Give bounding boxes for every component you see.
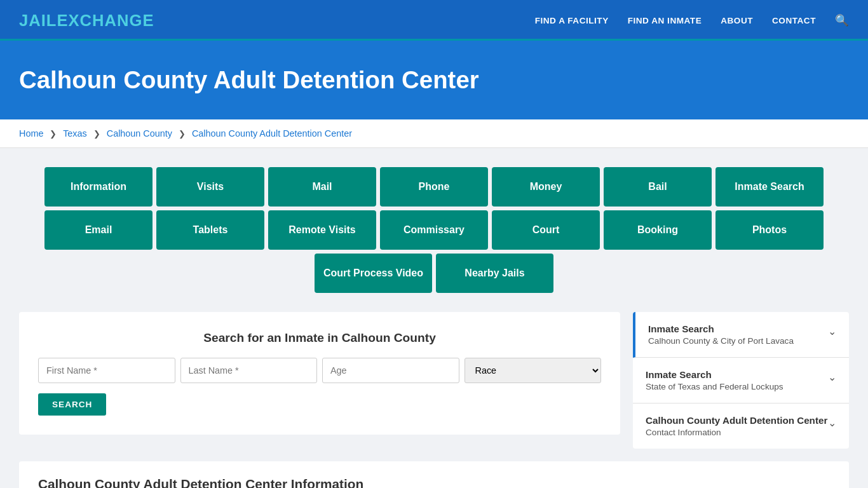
tile-row-1: Information Visits Mail Phone Money Bail… xyxy=(19,167,849,207)
first-name-input[interactable] xyxy=(38,358,175,383)
sidebar-item-2[interactable]: Calhoun County Adult Detention Center Co… xyxy=(633,403,849,449)
sidebar-item-text-2: Calhoun County Adult Detention Center Co… xyxy=(646,415,827,437)
sidebar-item-title-2: Calhoun County Adult Detention Center xyxy=(646,415,827,426)
page-body: Information Visits Mail Phone Money Bail… xyxy=(0,148,868,488)
logo-jail: JAIL xyxy=(19,11,57,29)
tile-bail[interactable]: Bail xyxy=(604,167,712,207)
breadcrumb: Home ❯ Texas ❯ Calhoun County ❯ Calhoun … xyxy=(0,119,868,148)
tile-tablets[interactable]: Tablets xyxy=(156,210,264,250)
page-title: Calhoun County Adult Detention Center xyxy=(19,66,849,94)
tile-booking[interactable]: Booking xyxy=(604,210,712,250)
sidebar-item-text-0: Inmate Search Calhoun County & City of P… xyxy=(648,323,794,346)
last-name-input[interactable] xyxy=(180,358,318,383)
tile-row-2: Email Tablets Remote Visits Commissary C… xyxy=(19,210,849,250)
search-title: Search for an Inmate in Calhoun County xyxy=(38,331,601,345)
sidebar-item-subtitle-1: State of Texas and Federal Lockups xyxy=(646,382,783,391)
chevron-down-icon-0: ⌄ xyxy=(828,325,836,337)
search-panel: Search for an Inmate in Calhoun County R… xyxy=(19,312,620,435)
tile-court[interactable]: Court xyxy=(492,210,600,250)
tile-photos[interactable]: Photos xyxy=(715,210,824,250)
sidebar: Inmate Search Calhoun County & City of P… xyxy=(633,312,849,449)
breadcrumb-texas[interactable]: Texas xyxy=(63,128,87,139)
tile-mail[interactable]: Mail xyxy=(268,167,376,207)
nav-contact[interactable]: CONTACT xyxy=(772,16,816,25)
sidebar-item-subtitle-2: Contact Information xyxy=(646,428,827,437)
breadcrumb-sep-1: ❯ xyxy=(50,129,57,139)
search-fields: Race White Black Hispanic Asian Other xyxy=(38,358,601,383)
tile-row-3: Court Process Video Nearby Jails xyxy=(19,254,849,293)
sidebar-item-title-1: Inmate Search xyxy=(646,369,783,380)
age-input[interactable] xyxy=(322,358,459,383)
tile-court-process-video[interactable]: Court Process Video xyxy=(315,254,432,293)
sidebar-item-1[interactable]: Inmate Search State of Texas and Federal… xyxy=(633,358,849,403)
tile-information[interactable]: Information xyxy=(44,167,153,207)
tile-phone[interactable]: Phone xyxy=(380,167,488,207)
info-section-title: Calhoun County Adult Detention Center In… xyxy=(38,477,830,488)
tile-visits[interactable]: Visits xyxy=(156,167,264,207)
search-button[interactable]: SEARCH xyxy=(38,393,106,416)
tile-inmate-search[interactable]: Inmate Search xyxy=(715,167,824,207)
tile-money[interactable]: Money xyxy=(492,167,600,207)
nav-find-facility[interactable]: FIND A FACILITY xyxy=(535,16,609,25)
breadcrumb-county[interactable]: Calhoun County xyxy=(107,128,172,139)
logo[interactable]: JAILEXCHANGE xyxy=(19,11,154,30)
chevron-down-icon-1: ⌄ xyxy=(828,371,836,383)
tile-email[interactable]: Email xyxy=(44,210,153,250)
tile-nearby-jails[interactable]: Nearby Jails xyxy=(436,254,553,293)
sidebar-item-title-0: Inmate Search xyxy=(648,323,794,334)
sidebar-item-0[interactable]: Inmate Search Calhoun County & City of P… xyxy=(633,312,849,358)
breadcrumb-sep-3: ❯ xyxy=(179,129,186,139)
nav-find-inmate[interactable]: FIND AN INMATE xyxy=(628,16,702,25)
breadcrumb-sep-2: ❯ xyxy=(93,129,100,139)
nav-links: FIND A FACILITY FIND AN INMATE ABOUT CON… xyxy=(535,14,849,27)
logo-exchange: EXCHANGE xyxy=(57,11,154,29)
tile-remote-visits[interactable]: Remote Visits xyxy=(268,210,376,250)
two-col-layout: Search for an Inmate in Calhoun County R… xyxy=(19,312,849,449)
chevron-down-icon-2: ⌄ xyxy=(828,417,836,429)
race-select[interactable]: Race White Black Hispanic Asian Other xyxy=(465,358,602,383)
breadcrumb-home[interactable]: Home xyxy=(19,128,43,139)
page-bottom: Calhoun County Adult Detention Center In… xyxy=(19,461,849,488)
nav-about[interactable]: ABOUT xyxy=(721,16,753,25)
hero-banner: Calhoun County Adult Detention Center xyxy=(0,41,868,119)
sidebar-item-text-1: Inmate Search State of Texas and Federal… xyxy=(646,369,783,391)
navbar: JAILEXCHANGE FIND A FACILITY FIND AN INM… xyxy=(0,0,868,41)
sidebar-item-subtitle-0: Calhoun County & City of Port Lavaca xyxy=(648,336,794,346)
tile-grid: Information Visits Mail Phone Money Bail… xyxy=(19,167,849,293)
search-icon[interactable]: 🔍 xyxy=(835,14,849,27)
breadcrumb-current: Calhoun County Adult Detention Center xyxy=(192,128,352,139)
tile-commissary[interactable]: Commissary xyxy=(380,210,488,250)
